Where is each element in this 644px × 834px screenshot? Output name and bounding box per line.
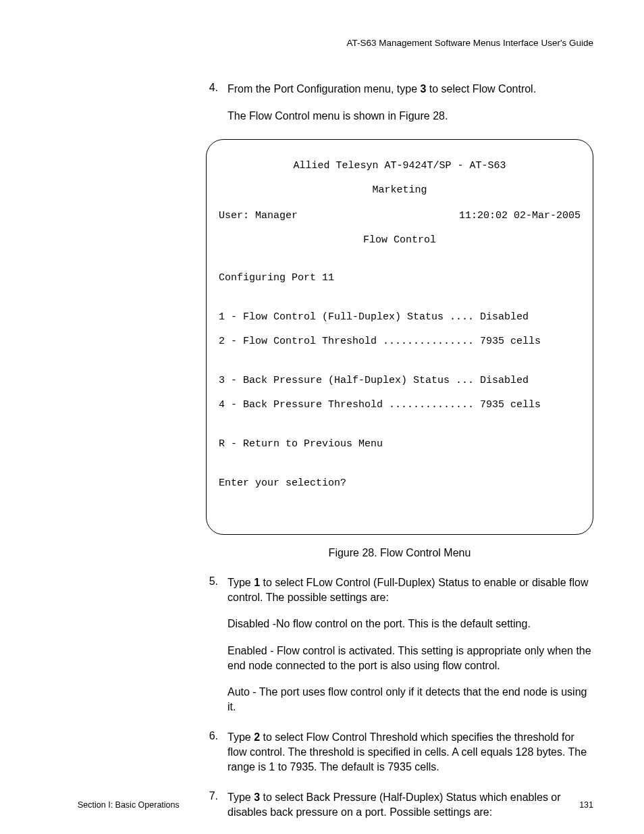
step-5: 5. Type 1 to select FLow Control (Full-D… xyxy=(206,575,593,726)
menu-user: User: Manager xyxy=(219,210,298,222)
menu-user-line: User: Manager11:20:02 02-Mar-2005 xyxy=(219,210,581,222)
text: to select Flow Control Threshold which s… xyxy=(227,731,587,772)
spacer xyxy=(219,423,581,426)
step-body: From the Port Configuration menu, type 3… xyxy=(227,82,593,135)
menu-option-2: 2 - Flow Control Threshold .............… xyxy=(219,336,581,348)
menu-option-1: 1 - Flow Control (Full-Duplex) Status ..… xyxy=(219,311,581,323)
step5-auto: Auto - The port uses flow control only i… xyxy=(227,685,593,714)
menu-subhead: Marketing xyxy=(219,184,581,197)
figure-caption: Figure 28. Flow Control Menu xyxy=(206,547,593,559)
step-7: 7. Type 3 to select Back Pressure (Half-… xyxy=(206,790,593,834)
spacer xyxy=(219,360,581,363)
step4-line2: The Flow Control menu is shown in Figure… xyxy=(227,109,593,124)
step-body: Type 1 to select FLow Control (Full-Dupl… xyxy=(227,575,593,726)
spacer xyxy=(219,296,581,299)
menu-device: Allied Telesyn AT-9424T/SP - AT-S63 xyxy=(219,160,581,172)
text: Type xyxy=(227,577,254,588)
step6-line1: Type 2 to select Flow Control Threshold … xyxy=(227,730,593,774)
step5-disabled: Disabled -No flow control on the port. T… xyxy=(227,617,593,631)
step-number: 6. xyxy=(206,730,218,786)
step-number: 5. xyxy=(206,575,218,726)
text: Type xyxy=(227,731,254,743)
menu-configuring: Configuring Port 11 xyxy=(219,272,581,284)
menu-option-3: 3 - Back Pressure (Half-Duplex) Status .… xyxy=(219,375,581,387)
step5-enabled: Enabled - Flow control is activated. Thi… xyxy=(227,644,593,673)
step-number: 7. xyxy=(206,790,218,834)
step4-line1: From the Port Configuration menu, type 3… xyxy=(227,82,593,97)
step-number: 4. xyxy=(206,82,218,135)
step-body: Type 2 to select Flow Control Threshold … xyxy=(227,730,593,786)
bold-key: 1 xyxy=(254,577,260,588)
menu-datetime: 11:20:02 02-Mar-2005 xyxy=(459,210,581,222)
footer-section: Section I: Basic Operations xyxy=(78,800,180,810)
menu-prompt: Enter your selection? xyxy=(219,477,581,490)
spacer xyxy=(219,463,581,465)
page-header: AT-S63 Management Software Menus Interfa… xyxy=(78,38,593,48)
page-footer: Section I: Basic Operations 131 xyxy=(78,800,593,810)
menu-title: Flow Control xyxy=(219,234,581,246)
text: From the Port Configuration menu, type xyxy=(227,83,420,95)
page: AT-S63 Management Software Menus Interfa… xyxy=(0,0,644,834)
footer-page-number: 131 xyxy=(579,800,593,810)
bold-key: 2 xyxy=(254,731,260,743)
text: to select Flow Control. xyxy=(426,83,536,95)
step7-disabled: Disabled - The port does not use back pr… xyxy=(227,831,593,834)
content-area: 4. From the Port Configuration menu, typ… xyxy=(78,82,593,834)
terminal-menu-box: Allied Telesyn AT-9424T/SP - AT-S63 Mark… xyxy=(206,139,593,535)
menu-return: R - Return to Previous Menu xyxy=(219,438,581,450)
step5-line1: Type 1 to select FLow Control (Full-Dupl… xyxy=(227,575,593,604)
step-4: 4. From the Port Configuration menu, typ… xyxy=(206,82,593,135)
step-6: 6. Type 2 to select Flow Control Thresho… xyxy=(206,730,593,786)
menu-option-4: 4 - Back Pressure Threshold ............… xyxy=(219,399,581,411)
menu-body: Configuring Port 11 1 - Flow Control (Fu… xyxy=(219,260,581,502)
text: to select FLow Control (Full-Duplex) Sta… xyxy=(227,577,589,603)
step-body: Type 3 to select Back Pressure (Half-Dup… xyxy=(227,790,593,834)
